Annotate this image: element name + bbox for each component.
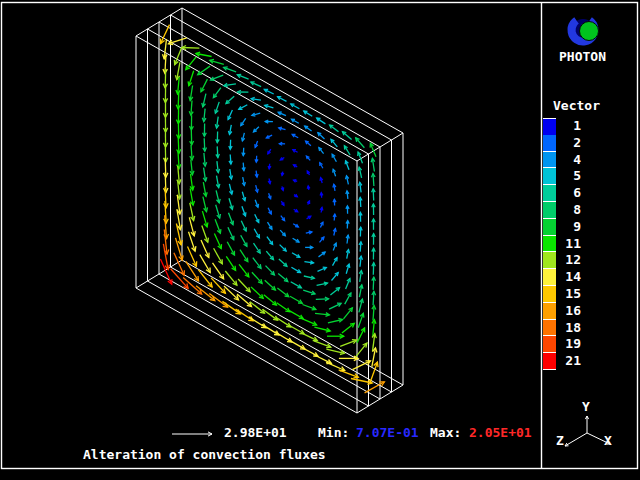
legend-swatch (543, 336, 556, 353)
legend-swatch (543, 185, 556, 202)
legend-swatch (543, 219, 556, 236)
legend-level-label: 11 (557, 236, 581, 251)
legend-title: Vector (553, 99, 600, 113)
legend-swatch (543, 303, 556, 320)
min-label: Min: (318, 426, 349, 440)
legend-level-label: 4 (557, 152, 581, 167)
legend-level-label: 21 (557, 353, 581, 368)
legend-level-label: 19 (557, 336, 581, 351)
legend-level-label: 15 (557, 286, 581, 301)
legend-level-label: 5 (557, 168, 581, 183)
legend-level-label: 9 (557, 219, 581, 234)
legend-swatch (543, 202, 556, 219)
legend-level-label: 8 (557, 202, 581, 217)
legend-level-label: 6 (557, 185, 581, 200)
legend-level-label: 1 (557, 118, 581, 133)
legend-level-label: 12 (557, 252, 581, 267)
legend-swatch (543, 168, 556, 185)
reference-arrow (172, 432, 212, 436)
photon-window: PHOTON Vector 12456891112141516181921 2.… (0, 0, 640, 480)
legend-swatch (543, 353, 556, 370)
max-value: 2.05E+01 (469, 426, 532, 440)
min-value: 7.07E-01 (356, 426, 419, 440)
legend-level-label: 18 (557, 320, 581, 335)
legend-swatch (543, 236, 556, 253)
triad-x-label: X (604, 434, 612, 448)
photon-logo-icon (560, 10, 606, 50)
legend-swatch (543, 286, 556, 303)
legend-swatch (543, 118, 556, 136)
legend-swatch (543, 135, 556, 152)
plot-caption: Alteration of convection fluxes (83, 448, 326, 462)
legend-swatch (543, 269, 556, 286)
triad-y-label: Y (582, 400, 590, 414)
triad-z-label: Z (556, 434, 564, 448)
legend-level-label: 2 (557, 135, 581, 150)
legend-level-label: 16 (557, 303, 581, 318)
legend-level-label: 14 (557, 269, 581, 284)
legend-swatch (543, 152, 556, 169)
logo-text: PHOTON (559, 50, 606, 64)
max-label: Max: (430, 426, 461, 440)
legend-swatch (543, 252, 556, 269)
legend-swatch (543, 320, 556, 337)
reference-arrow-value: 2.98E+01 (224, 426, 287, 440)
